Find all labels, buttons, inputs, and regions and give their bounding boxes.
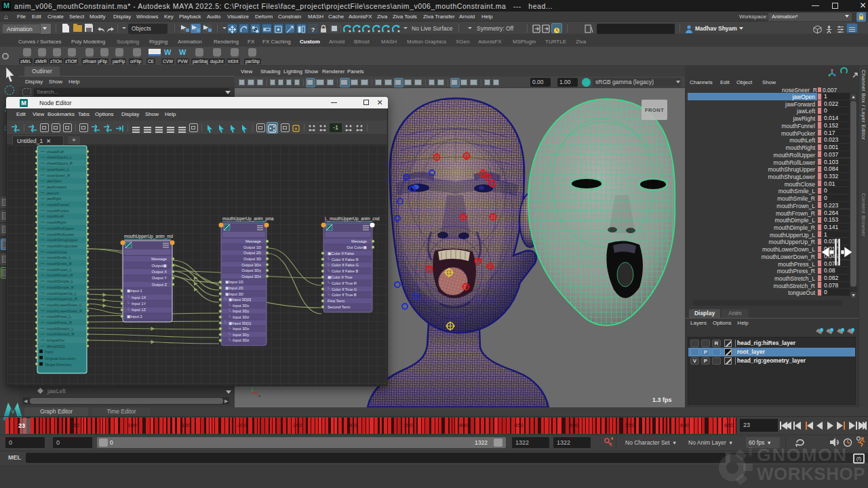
svg-text:Output Y: Output Y <box>152 276 167 280</box>
svg-text:mouthLeft: mouthLeft <box>47 214 64 218</box>
svg-text:jawForward: jawForward <box>46 185 66 189</box>
svg-text:Output 3D: Output 3D <box>243 257 261 261</box>
svg-text:jawRight: jawRight <box>46 197 62 201</box>
svg-text:mouthRollLower: mouthRollLower <box>47 232 75 237</box>
svg-text:Out Color▣: Out Color▣ <box>347 245 367 249</box>
svg-text:Target Directory: Target Directory <box>45 363 72 367</box>
svg-text:mouthClose: mouthClose <box>47 250 67 254</box>
svg-text:▣Input 3D: ▣Input 3D <box>225 292 243 296</box>
svg-text:noseSneer_L: noseSneer_L <box>47 167 69 171</box>
svg-text:▣Input 2D: ▣Input 2D <box>225 286 243 290</box>
svg-text:cheekSquint_L: cheekSquint_L <box>47 155 72 159</box>
svg-text:Message: Message <box>245 239 261 243</box>
svg-text:Weight[32]: Weight[32] <box>47 344 65 348</box>
svg-text:Output 3Dx: Output 3Dx <box>241 263 261 267</box>
svg-text:cheekSquint_R: cheekSquint_R <box>47 161 73 165</box>
svg-text:Input 3Dz: Input 3Dz <box>233 338 250 342</box>
svg-text:mouthDimple_R: mouthDimple_R <box>47 285 74 289</box>
svg-text:▣Input 2: ▣Input 2 <box>127 314 142 319</box>
svg-text:Output 3Dz: Output 3Dz <box>241 274 261 279</box>
svg-text:Second Term: Second Term <box>328 305 351 309</box>
svg-text:▣Input 1: ▣Input 1 <box>127 289 142 293</box>
svg-text:▣Color If True: ▣Color If True <box>328 275 353 279</box>
svg-text:Output 1D: Output 1D <box>243 245 261 249</box>
svg-text:mouthUpperUp_anim_pma: mouthUpperUp_anim_pma <box>222 216 274 222</box>
svg-text:L_mouthUpperUp_anim_cnd: L_mouthUpperUp_anim_cnd <box>325 216 380 222</box>
svg-text:▣Input 3D[1]: ▣Input 3D[1] <box>229 321 252 325</box>
svg-text:▣Input 3D[0]: ▣Input 3D[0] <box>229 298 252 302</box>
svg-text:Color If True R: Color If True R <box>332 281 357 285</box>
svg-text:Message: Message <box>151 257 167 261</box>
svg-text:mouthStretch_R: mouthStretch_R <box>47 332 74 336</box>
svg-text:Output Z: Output Z <box>152 283 167 287</box>
svg-text:mouthPucker: mouthPucker <box>47 209 69 213</box>
svg-text:▣Color If False: ▣Color If False <box>328 251 354 256</box>
svg-text:mouthLowerDown_L: mouthLowerDown_L <box>47 303 81 307</box>
svg-text:jawLeft: jawLeft <box>46 191 59 195</box>
svg-text:mouthUpperUp_R: mouthUpperUp_R <box>47 297 77 301</box>
svg-text:Input 3Dy: Input 3Dy <box>233 309 250 313</box>
svg-text:Input 1X: Input 1X <box>132 296 146 300</box>
svg-text:Input 1Y: Input 1Y <box>132 302 146 306</box>
svg-text:Output 3Dy: Output 3Dy <box>241 268 261 272</box>
svg-text:mouthFrown_R: mouthFrown_R <box>47 273 73 277</box>
svg-text:Output X: Output X <box>152 270 167 274</box>
svg-text:tongueOut: tongueOut <box>47 338 65 342</box>
svg-text:Original Geometry: Original Geometry <box>45 357 76 361</box>
svg-text:Color If False G: Color If False G <box>332 263 359 267</box>
svg-text:mouthFunnel: mouthFunnel <box>47 203 69 207</box>
svg-text:mouthUpperUp_L: mouthUpperUp_L <box>47 291 77 296</box>
svg-text:Input 3Dx: Input 3Dx <box>233 327 250 331</box>
svg-text:cheekPuff: cheekPuff <box>47 150 64 154</box>
svg-text:mouthPress_L: mouthPress_L <box>47 314 71 319</box>
svg-text:mouthShrugLower: mouthShrugLower <box>47 244 78 248</box>
svg-text:Output▣: Output▣ <box>152 264 167 268</box>
svg-text:mouthFrown_L: mouthFrown_L <box>47 268 72 272</box>
svg-text:mouthDimple_L: mouthDimple_L <box>47 279 73 283</box>
svg-text:Input 3Dx: Input 3Dx <box>233 304 250 308</box>
svg-text:Color If True G: Color If True G <box>332 287 357 291</box>
svg-text:mouthSmile_L: mouthSmile_L <box>47 256 71 260</box>
svg-text:?: ? <box>311 26 315 33</box>
svg-text:mouthRollUpper: mouthRollUpper <box>47 226 75 230</box>
svg-text:mouthUpperUp_anim_md: mouthUpperUp_anim_md <box>124 234 174 239</box>
svg-text:Input: Input <box>45 350 54 354</box>
svg-text:mouthStretch_L: mouthStretch_L <box>47 327 74 331</box>
svg-text:Output 2D: Output 2D <box>243 251 261 255</box>
svg-text:Color If False B: Color If False B <box>332 269 358 273</box>
svg-text:Color If False R: Color If False R <box>332 258 359 262</box>
svg-text:mouthSmile_R: mouthSmile_R <box>47 262 72 266</box>
svg-text:Input 3Dy: Input 3Dy <box>233 333 250 337</box>
svg-text:noseSneer_R: noseSneer_R <box>47 174 70 178</box>
svg-text:jawOpen: jawOpen <box>46 179 62 183</box>
svg-text:x: x <box>258 394 260 398</box>
svg-text:Color If True B: Color If True B <box>332 293 357 297</box>
svg-text:Input 1Z: Input 1Z <box>132 308 146 312</box>
svg-text:mouthShrugUpper: mouthShrugUpper <box>47 238 78 242</box>
svg-text:mouthPress_R: mouthPress_R <box>47 321 72 325</box>
svg-text:Input 3Dz: Input 3Dz <box>233 315 250 319</box>
svg-text:mouthLowerDown_R: mouthLowerDown_R <box>47 309 82 313</box>
svg-text:Message: Message <box>351 239 367 243</box>
svg-text:mouthRight: mouthRight <box>47 220 66 224</box>
svg-text:First Term: First Term <box>328 299 344 303</box>
svg-text:▣Input 1D: ▣Input 1D <box>225 280 243 284</box>
